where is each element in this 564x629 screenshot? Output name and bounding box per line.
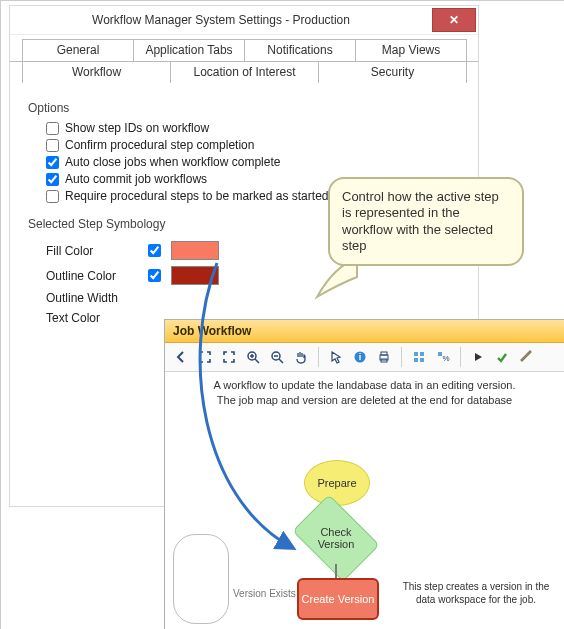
opt-show-step-ids-checkbox[interactable]	[46, 122, 59, 135]
titlebar: Workflow Manager System Settings - Produ…	[10, 6, 478, 35]
node-create-version[interactable]: Create Version	[297, 578, 379, 620]
svg-text:%: %	[442, 354, 449, 363]
job-workflow-toolbar: i %	[165, 343, 564, 372]
back-icon[interactable]	[171, 347, 191, 367]
toolbar-separator	[318, 347, 319, 367]
sym-outline-label: Outline Color	[46, 269, 148, 283]
svg-rect-5	[381, 352, 387, 355]
close-icon: ✕	[449, 13, 459, 27]
sym-outline-checkbox[interactable]	[148, 269, 161, 282]
workflow-description-line1: A workflow to update the landabase data …	[175, 378, 554, 393]
toolbar-separator	[401, 347, 402, 367]
info-icon[interactable]: i	[350, 347, 370, 367]
svg-rect-10	[420, 358, 424, 362]
sym-fill-checkbox[interactable]	[148, 244, 161, 257]
svg-rect-8	[420, 352, 424, 356]
toolbar-separator	[460, 347, 461, 367]
job-workflow-titlebar: Job Workflow	[165, 320, 564, 343]
tab-row-1: General Application Tabs Notifications M…	[10, 35, 478, 62]
tab-location-of-interest[interactable]: Location of Interest	[170, 62, 319, 83]
opt-auto-commit-label: Auto commit job workflows	[65, 172, 207, 186]
tab-row-2: Workflow Location of Interest Security	[10, 62, 478, 83]
opt-show-step-ids-label: Show step IDs on workflow	[65, 121, 209, 135]
node-prepare[interactable]: Prepare	[304, 460, 370, 506]
tab-security[interactable]: Security	[318, 62, 467, 83]
svg-rect-9	[414, 358, 418, 362]
edge-label-version-exists: Version Exists	[233, 588, 296, 599]
opt-auto-close-checkbox[interactable]	[46, 156, 59, 169]
pointer-icon[interactable]	[326, 347, 346, 367]
play-icon[interactable]	[468, 347, 488, 367]
step-note: This step creates a version in the data …	[393, 580, 559, 606]
brush-icon[interactable]	[516, 347, 536, 367]
sym-fill-label: Fill Color	[46, 244, 148, 258]
opt-confirm-completion[interactable]: Confirm procedural step completion	[46, 138, 460, 152]
opt-auto-close[interactable]: Auto close jobs when workflow complete	[46, 155, 460, 169]
svg-text:i: i	[359, 352, 362, 362]
svg-rect-11	[438, 352, 442, 356]
select-all-icon[interactable]	[409, 347, 429, 367]
sym-text-label: Text Color	[46, 311, 148, 325]
close-button[interactable]: ✕	[432, 8, 476, 32]
node-check-label: Check Version	[318, 526, 355, 550]
sym-outline-swatch[interactable]	[171, 266, 219, 285]
node-create-label: Create Version	[302, 593, 375, 605]
print-icon[interactable]	[374, 347, 394, 367]
opt-auto-commit-checkbox[interactable]	[46, 173, 59, 186]
opt-confirm-completion-label: Confirm procedural step completion	[65, 138, 254, 152]
tab-workflow[interactable]: Workflow	[22, 62, 171, 83]
sym-row-width: Outline Width	[46, 291, 460, 305]
zoom-out-icon[interactable]	[267, 347, 287, 367]
check-icon[interactable]	[492, 347, 512, 367]
opt-auto-close-label: Auto close jobs when workflow complete	[65, 155, 280, 169]
callout-bubble: Control how the active step is represent…	[328, 177, 524, 266]
node-check-version[interactable]: Check Version	[300, 512, 372, 564]
percent-icon[interactable]: %	[433, 347, 453, 367]
workflow-canvas[interactable]: A workflow to update the landabase data …	[165, 372, 564, 629]
zoom-in-icon[interactable]	[243, 347, 263, 367]
sym-row-outline: Outline Color	[46, 266, 460, 285]
opt-require-started-label: Require procedural steps to be marked as…	[65, 189, 328, 203]
job-workflow-title: Job Workflow	[173, 324, 251, 338]
tab-general[interactable]: General	[22, 39, 134, 61]
opt-confirm-completion-checkbox[interactable]	[46, 139, 59, 152]
workflow-description-line2: The job map and version are deleted at t…	[175, 393, 554, 408]
tab-map-views[interactable]: Map Views	[355, 39, 467, 61]
options-group-title: Options	[28, 101, 460, 115]
fit-icon[interactable]	[195, 347, 215, 367]
edge-check-create	[335, 564, 337, 578]
job-workflow-window: Job Workflow i % A workflow to update th…	[164, 319, 564, 629]
opt-show-step-ids[interactable]: Show step IDs on workflow	[46, 121, 460, 135]
opt-require-started-checkbox[interactable]	[46, 190, 59, 203]
node-side[interactable]	[173, 534, 229, 624]
workflow-description: A workflow to update the landabase data …	[175, 378, 554, 408]
sym-fill-swatch[interactable]	[171, 241, 219, 260]
window-title: Workflow Manager System Settings - Produ…	[10, 13, 432, 27]
expand-icon[interactable]	[219, 347, 239, 367]
sym-width-label: Outline Width	[46, 291, 148, 305]
node-prepare-label: Prepare	[317, 477, 356, 489]
tab-application-tabs[interactable]: Application Tabs	[133, 39, 245, 61]
svg-rect-7	[414, 352, 418, 356]
tab-notifications[interactable]: Notifications	[244, 39, 356, 61]
pan-icon[interactable]	[291, 347, 311, 367]
